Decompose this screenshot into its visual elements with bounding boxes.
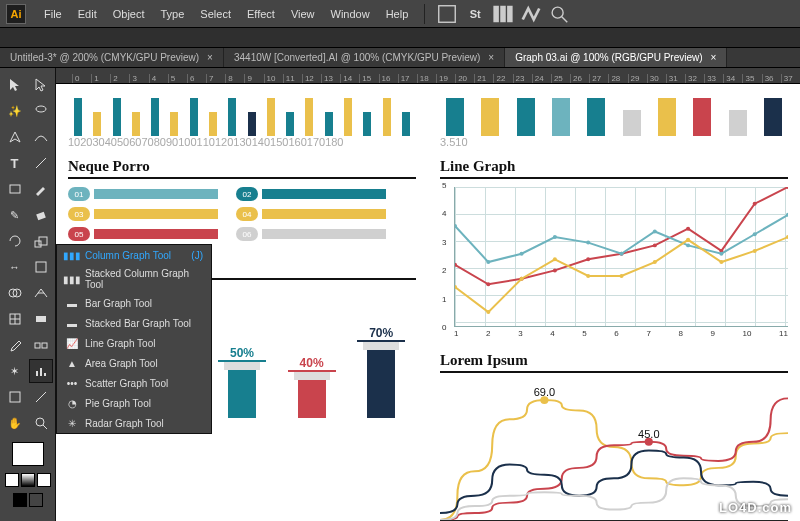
paintbrush-tool[interactable] <box>29 177 53 201</box>
globe-icon <box>699 501 715 517</box>
graph-tool-label: Line Graph Tool <box>85 338 155 349</box>
graph-tool-column-graph-tool[interactable]: ▮▮▮Column Graph Tool(J) <box>57 245 211 265</box>
shape-builder-tool[interactable] <box>3 281 27 305</box>
type-tool[interactable]: T <box>3 151 27 175</box>
none-mode-icon[interactable] <box>37 473 51 487</box>
close-icon[interactable]: × <box>488 52 494 63</box>
publish-icon[interactable] <box>520 3 542 25</box>
menu-view[interactable]: View <box>283 8 323 20</box>
doc-tab-3-label: Graph 03.ai @ 100% (RGB/GPU Preview) <box>515 52 702 63</box>
doc-tab-3[interactable]: Graph 03.ai @ 100% (RGB/GPU Preview)× <box>505 48 727 67</box>
perspective-grid-tool[interactable] <box>29 281 53 305</box>
svg-point-45 <box>686 243 690 247</box>
blend-tool[interactable] <box>29 333 53 357</box>
direct-selection-tool[interactable] <box>29 73 53 97</box>
top-right-barchart <box>440 88 788 136</box>
svg-point-40 <box>520 252 524 256</box>
mesh-tool[interactable] <box>3 307 27 331</box>
free-transform-tool[interactable] <box>29 255 53 279</box>
graph-tool-icon: ▬ <box>65 296 79 310</box>
line-graph <box>454 187 788 327</box>
svg-rect-1 <box>494 5 500 22</box>
column-graph-tool[interactable] <box>29 359 53 383</box>
fill-stroke-swatches[interactable] <box>4 442 52 508</box>
top-left-barchart-xaxis: 1020304050607080901001101201301401501601… <box>68 136 416 148</box>
graph-tool-stacked-column-graph-tool[interactable]: ▮▮▮Stacked Column Graph Tool <box>57 265 211 293</box>
gradient-mode-icon[interactable] <box>21 473 35 487</box>
screen-mode-icon[interactable] <box>29 493 43 507</box>
symbol-sprayer-tool[interactable]: ✶ <box>3 359 27 383</box>
graph-tool-icon: ✳ <box>65 416 79 430</box>
eyedropper-tool[interactable] <box>3 333 27 357</box>
svg-point-43 <box>619 252 623 256</box>
section-lorem-ipsum: Lorem Ipsum <box>440 352 788 373</box>
graph-tool-area-graph-tool[interactable]: ▲Area Graph Tool <box>57 353 211 373</box>
close-icon[interactable]: × <box>207 52 213 63</box>
graph-tool-bar-graph-tool[interactable]: ▬Bar Graph Tool <box>57 293 211 313</box>
neque-porro-items: 010203040506 <box>68 187 416 241</box>
menu-select[interactable]: Select <box>192 8 239 20</box>
menu-type[interactable]: Type <box>153 8 193 20</box>
svg-rect-12 <box>36 262 46 272</box>
menu-file[interactable]: File <box>36 8 70 20</box>
graph-tool-flyout[interactable]: ▮▮▮Column Graph Tool(J)▮▮▮Stacked Column… <box>56 244 212 434</box>
svg-rect-22 <box>40 368 42 376</box>
svg-rect-19 <box>35 343 40 348</box>
graph-tool-label: Scatter Graph Tool <box>85 378 168 389</box>
doc-tab-1[interactable]: Untitled-3* @ 200% (CMYK/GPU Preview)× <box>0 48 224 67</box>
hand-tool[interactable]: ✋ <box>3 411 27 435</box>
svg-point-50 <box>486 310 490 314</box>
slice-tool[interactable] <box>29 385 53 409</box>
svg-rect-0 <box>439 5 456 22</box>
graph-tool-icon: ▬ <box>65 316 79 330</box>
menu-window[interactable]: Window <box>323 8 378 20</box>
pen-tool[interactable] <box>3 125 27 149</box>
svg-point-34 <box>686 227 690 231</box>
graph-tool-scatter-graph-tool[interactable]: •••Scatter Graph Tool <box>57 373 211 393</box>
top-right-barchart-labels: 3.510 <box>440 136 788 148</box>
lasso-tool[interactable] <box>29 99 53 123</box>
stock-icon[interactable]: St <box>464 3 486 25</box>
svg-point-44 <box>653 229 657 233</box>
swap-swatch-icon[interactable] <box>13 493 27 507</box>
fill-swatch[interactable] <box>12 442 44 466</box>
graph-tool-line-graph-tool[interactable]: 📈Line Graph Tool <box>57 333 211 353</box>
svg-point-55 <box>653 260 657 264</box>
arrange-icon[interactable] <box>492 3 514 25</box>
menu-object[interactable]: Object <box>105 8 153 20</box>
close-icon[interactable]: × <box>711 52 717 63</box>
svg-line-26 <box>43 425 47 429</box>
svg-line-7 <box>36 158 46 168</box>
curvature-tool[interactable] <box>29 125 53 149</box>
menu-help[interactable]: Help <box>378 8 417 20</box>
scale-tool[interactable] <box>29 229 53 253</box>
magic-wand-tool[interactable]: ✨ <box>3 99 27 123</box>
line-graph-xticks: 1234567891011 <box>454 329 788 338</box>
selection-tool[interactable] <box>3 73 27 97</box>
svg-point-33 <box>653 243 657 247</box>
zoom-tool[interactable] <box>29 411 53 435</box>
graph-tool-stacked-bar-graph-tool[interactable]: ▬Stacked Bar Graph Tool <box>57 313 211 333</box>
rotate-tool[interactable] <box>3 229 27 253</box>
search-icon[interactable] <box>548 3 570 25</box>
eraser-tool[interactable] <box>29 203 53 227</box>
width-tool[interactable]: ↔ <box>3 255 27 279</box>
graph-tool-pie-graph-tool[interactable]: ◔Pie Graph Tool <box>57 393 211 413</box>
graph-tool-radar-graph-tool[interactable]: ✳Radar Graph Tool <box>57 413 211 433</box>
artboard-tool[interactable] <box>3 385 27 409</box>
doc-tab-2-label: 34410W [Converted].AI @ 100% (CMYK/GPU P… <box>234 52 480 63</box>
rectangle-tool[interactable] <box>3 177 27 201</box>
svg-point-53 <box>586 274 590 278</box>
line-tool[interactable] <box>29 151 53 175</box>
menu-edit[interactable]: Edit <box>70 8 105 20</box>
ruler-horizontal: 0123456789101112131415161718192021222324… <box>56 68 800 84</box>
doc-tab-2[interactable]: 34410W [Converted].AI @ 100% (CMYK/GPU P… <box>224 48 505 67</box>
graph-tool-icon: ▮▮▮ <box>65 248 79 262</box>
menu-effect[interactable]: Effect <box>239 8 283 20</box>
svg-rect-18 <box>36 316 46 322</box>
color-mode-icon[interactable] <box>5 473 19 487</box>
svg-point-39 <box>486 260 490 264</box>
shaper-tool[interactable]: ✎ <box>3 203 27 227</box>
share-icon[interactable] <box>436 3 458 25</box>
gradient-tool[interactable] <box>29 307 53 331</box>
